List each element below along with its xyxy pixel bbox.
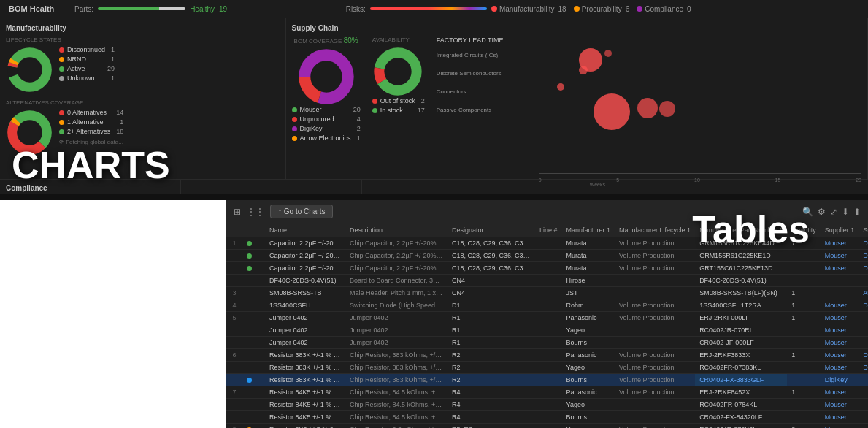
row-status2 (256, 411, 265, 424)
table-row[interactable]: DF40C-20DS-0.4V(51) Board to Board Conne… (226, 275, 868, 287)
row-mpn: GRT155C61C225KE13D (695, 262, 787, 275)
availability-title: AVAILABILITY (372, 37, 425, 43)
table-row[interactable]: Resistor 84K5 +/-1 % 0402 B... Chip Resi… (226, 399, 868, 411)
row-line (535, 250, 562, 262)
table-row[interactable]: Resistor 84K5 +/-1 % 0402 B... Chip Resi… (226, 411, 868, 424)
availability-section: AVAILABILITY Out of stock 2 (372, 37, 425, 186)
row-mfr: Bourns (562, 337, 615, 349)
table-row[interactable]: Capacitor 2.2µF +/-20% 10V ... Chip Capa… (226, 262, 868, 275)
table-row[interactable]: Jumper 0402 Jumper 0402 R1 Yageo RC0402J… (226, 324, 868, 337)
lead-time-section: FACTORY LEAD TIME Integrated Circuits (I… (437, 37, 861, 186)
table-row[interactable]: 4 1SS400CSFH Switching Diode (High Speed… (226, 299, 868, 312)
row-line (535, 362, 562, 374)
row-mfr: Yageo (562, 399, 615, 411)
row-mfr: Panasonic (562, 386, 615, 399)
table-row[interactable]: 5 Jumper 0402 Jumper 0402 R1 Panasonic V… (226, 312, 868, 324)
row-des: R1 (448, 312, 535, 324)
row-mfr: Murata (562, 250, 615, 262)
row-sup1: Mouser (821, 411, 859, 424)
row-sup2 (859, 374, 868, 386)
row-qty (787, 337, 821, 349)
discontinued-dot (59, 47, 64, 53)
download-icon[interactable]: ⬇ (842, 207, 849, 217)
row-line (535, 337, 562, 349)
ic-label: Integrated Circuits (ICs) (437, 52, 531, 58)
charts-section: BOM Health Parts: Healthy 19 Risks: Manu… (0, 0, 868, 194)
unknown-label: Unknown (67, 74, 105, 82)
manufacturability-title: Manufacturability (6, 24, 280, 32)
row-line (535, 299, 562, 312)
bom-coverage-donut (297, 47, 356, 106)
legend-unknown: Unknown 1 (59, 74, 115, 82)
table-row[interactable]: Resistor 383K +/-1 % 0402 B... Chip Resi… (226, 362, 868, 374)
compliance-label: Compliance (645, 5, 683, 13)
risk-bar (370, 7, 487, 10)
table-row[interactable]: 7 Resistor 84K5 +/-1 % 0402 B... Chip Re… (226, 386, 868, 399)
row-num (226, 399, 242, 411)
col-sup2: Supplier 2 (859, 223, 868, 237)
row-desc: Chip Capacitor, 2.2µF +/-20%, 10V, 0402,… (345, 237, 448, 250)
toolbar-left: ⊞ ⋮⋮ ↑ Go to Charts (234, 205, 333, 218)
row-status2 (256, 275, 265, 287)
row-mfr: Yageo (562, 362, 615, 374)
row-status-dot (242, 299, 256, 312)
x-axis-title: Weeks (590, 182, 605, 187)
row-name: Resistor 84K5 +/-1 % 0402 B... (265, 411, 345, 424)
row-status2 (256, 424, 265, 428)
row-sup2: DigiKey (859, 250, 868, 262)
row-status-dot (242, 424, 256, 428)
row-status2 (256, 399, 265, 411)
row-status2 (256, 337, 265, 349)
lead-time-title: FACTORY LEAD TIME (437, 37, 861, 44)
row-lifecycle: Volume Production (615, 374, 695, 386)
manufacturability-label: Manufacturability (499, 5, 555, 13)
compliance-dot (637, 6, 642, 12)
table-row[interactable]: Capacitor 2.2µF +/-20% 10V ... Chip Capa… (226, 250, 868, 262)
lifecycle-sub-title: LIFECYCLE STATES (6, 37, 280, 43)
row-des: C18, C28, C29, C36, C38, C... (448, 237, 535, 250)
1alt-dot (59, 120, 64, 125)
row-desc: Chip Capacitor, 2.2µF +/-20%, 10V, 0402,… (345, 262, 448, 275)
row-status2 (256, 386, 265, 399)
table-row[interactable]: Jumper 0402 Jumper 0402 R1 Bourns CR0402… (226, 337, 868, 349)
table-row[interactable]: 6 Resistor 383K +/-1 % 0402 B... Chip Re… (226, 349, 868, 362)
row-lifecycle: Volume Production (615, 262, 695, 275)
row-des: R4 (448, 411, 535, 424)
table-row[interactable]: Resistor 383K +/-1 % 0402 B... Chip Resi… (226, 374, 868, 386)
settings-icon[interactable]: ⚙ (818, 207, 826, 217)
row-desc: Chip Resistor, 2.2 kOhms, +/-5 %, 63 mW,… (345, 424, 448, 428)
upload-icon[interactable]: ⬆ (853, 207, 861, 217)
row-desc: Chip Resistor, 383 kOhms, +/-1 %, 63 mW,… (345, 349, 448, 362)
table-row[interactable]: 8 Resistor 2K2 +/-5 % 0402 63... Chip Re… (226, 424, 868, 428)
in-stock-legend: In stock 17 (372, 107, 425, 114)
row-num (226, 250, 242, 262)
lifecycle-legend: Discontinued 1 NRND 1 Active 29 (59, 46, 115, 93)
row-lifecycle: Volume Production (615, 349, 695, 362)
row-num: 7 (226, 386, 242, 399)
row-lifecycle: Volume Production (615, 237, 695, 250)
healthy-count: 19 (219, 5, 227, 13)
discontinued-label: Discontinued (67, 46, 105, 53)
row-desc: Chip Resistor, 84.5 kOhms, +/-1 %, 63 mW… (345, 399, 448, 411)
svg-point-4 (18, 58, 40, 80)
row-sup1: Mouser (821, 312, 859, 324)
lifecycle-content: Discontinued 1 NRND 1 Active 29 (6, 46, 280, 93)
row-mfr: Rohm (562, 299, 615, 312)
row-name: 1SS400CSFH (265, 299, 345, 312)
row-des: CN4 (448, 275, 535, 287)
row-status2 (256, 349, 265, 362)
passive-bubble-large (594, 93, 630, 130)
row-des: C18, C28, C29, C36, C38, C... (448, 262, 535, 275)
expand-icon[interactable]: ⤢ (830, 207, 837, 217)
goto-charts-button[interactable]: ↑ Go to Charts (270, 205, 333, 218)
table-body: 1 Capacitor 2.2µF +/-20% 10V ... Chip Ca… (226, 237, 868, 428)
row-desc: Switching Diode (High Speed Switching), … (345, 299, 448, 312)
table-row[interactable]: 3 SM08B-SRSS-TB Male Header, Pitch 1 mm,… (226, 287, 868, 299)
filter-icon[interactable]: ⊞ (234, 207, 241, 217)
row-status-dot (242, 411, 256, 424)
row-desc: Board to Board Connector, 30 V, 0.3 A, -… (345, 275, 448, 287)
nrnd-count: 1 (111, 56, 115, 63)
columns-icon[interactable]: ⋮⋮ (247, 207, 264, 217)
main-table: Name Description Designator Line # Manuf… (226, 223, 868, 428)
row-sup2 (859, 411, 868, 424)
